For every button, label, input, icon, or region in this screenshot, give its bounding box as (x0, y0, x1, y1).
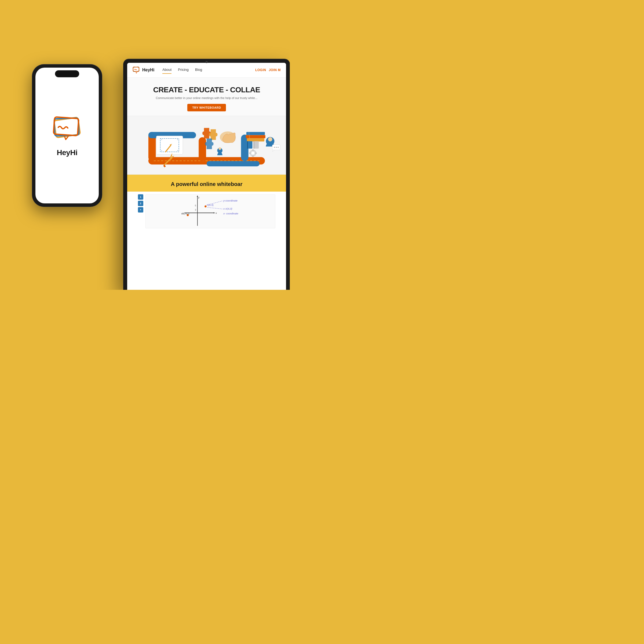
svg-rect-42 (253, 155, 254, 157)
svg-rect-44 (255, 153, 257, 154)
hero-headline: CREATE - EDUCATE - COLLAE (135, 86, 278, 94)
hero-illustration-svg: + + + + (127, 116, 286, 175)
wb-layer-1[interactable]: 1 (138, 194, 143, 200)
svg-rect-41 (253, 149, 254, 151)
svg-point-46 (218, 147, 221, 150)
svg-point-36 (274, 147, 275, 148)
svg-text:A(4,3): A(4,3) (207, 203, 214, 206)
svg-point-40 (251, 152, 255, 155)
tablet-camera (206, 61, 208, 63)
phone-brand-label: HeyHi (57, 148, 78, 157)
wb-layer-2[interactable]: 2 (138, 201, 143, 206)
nav-links: About Pricing Blog (162, 68, 255, 73)
svg-rect-43 (249, 153, 251, 154)
try-whiteboard-button[interactable]: TRY WHITEBOARD (187, 104, 226, 111)
svg-rect-3 (133, 67, 139, 72)
site-logo: HeyHi (133, 67, 154, 74)
svg-point-37 (276, 147, 277, 148)
hero-section: CREATE - EDUCATE - COLLAE Communicate be… (127, 78, 286, 116)
svg-rect-32 (254, 141, 254, 149)
site-logo-icon (133, 67, 141, 74)
svg-rect-13 (207, 161, 259, 166)
svg-rect-5 (133, 67, 139, 71)
svg-text:x: x (215, 211, 217, 214)
svg-rect-4 (133, 67, 139, 71)
wb-add-layer[interactable]: + (138, 207, 143, 213)
svg-text:+: + (177, 149, 178, 152)
phone-screen: HeyHi (35, 68, 99, 203)
nav-link-about[interactable]: About (162, 68, 171, 73)
svg-text:x- coordinate: x- coordinate (223, 212, 238, 215)
secondary-title: A powerful online whiteboar (135, 181, 278, 187)
tablet-frame: HeyHi About Pricing Blog LOGIN JOIN M CR… (123, 59, 290, 290)
svg-text:+: + (161, 149, 162, 152)
svg-rect-25 (246, 135, 265, 138)
whiteboard-preview: 1 2 + y x 5 (135, 192, 278, 231)
svg-text:5: 5 (195, 204, 196, 207)
secondary-section: A powerful online whiteboar (127, 175, 286, 192)
heyhi-logo-icon (50, 114, 85, 144)
svg-text:xB(-4,2): xB(-4,2) (181, 212, 189, 215)
whiteboard-canvas[interactable]: y x 5 3 A(4,3) xB(-4,2) (145, 194, 275, 228)
svg-text:+: + (177, 138, 178, 141)
svg-point-34 (268, 137, 272, 141)
svg-text:3: 3 (195, 208, 196, 211)
hero-cta-area: TRY WHITEBOARD (135, 104, 278, 111)
nav-join-button[interactable]: JOIN M (269, 68, 281, 72)
svg-text:y: y (198, 196, 199, 199)
whiteboard-sidebar: 1 2 + (138, 194, 143, 228)
whiteboard-canvas-svg: y x 5 3 A(4,3) xB(-4,2) (146, 195, 275, 228)
svg-rect-10 (199, 137, 206, 161)
svg-text:+: + (161, 138, 162, 141)
nav-actions: LOGIN JOIN M (255, 68, 281, 72)
svg-rect-50 (146, 195, 275, 228)
svg-point-59 (204, 206, 206, 207)
nav-login-button[interactable]: LOGIN (255, 68, 266, 72)
nav-link-blog[interactable]: Blog (195, 68, 202, 73)
phone-device: HeyHi (32, 64, 102, 207)
svg-rect-26 (247, 138, 264, 141)
svg-rect-31 (247, 141, 248, 149)
tablet-device: HeyHi About Pricing Blog LOGIN JOIN M CR… (123, 59, 290, 290)
site-logo-text: HeyHi (142, 68, 154, 72)
svg-text:y-coordinate: y-coordinate (223, 199, 237, 202)
tablet-screen: HeyHi About Pricing Blog LOGIN JOIN M CR… (127, 63, 286, 290)
phone-notch (55, 70, 79, 77)
phone-frame: HeyHi (32, 64, 102, 207)
site-navigation: HeyHi About Pricing Blog LOGIN JOIN M (127, 63, 286, 78)
svg-point-38 (277, 147, 279, 148)
phone-logo-area: HeyHi (50, 114, 85, 157)
hero-subtext: Communicate better in your online meetin… (135, 96, 278, 100)
svg-text:x A(4,3): x A(4,3) (223, 207, 232, 210)
hero-illustration: + + + + (127, 116, 286, 175)
nav-link-pricing[interactable]: Pricing (178, 68, 189, 73)
